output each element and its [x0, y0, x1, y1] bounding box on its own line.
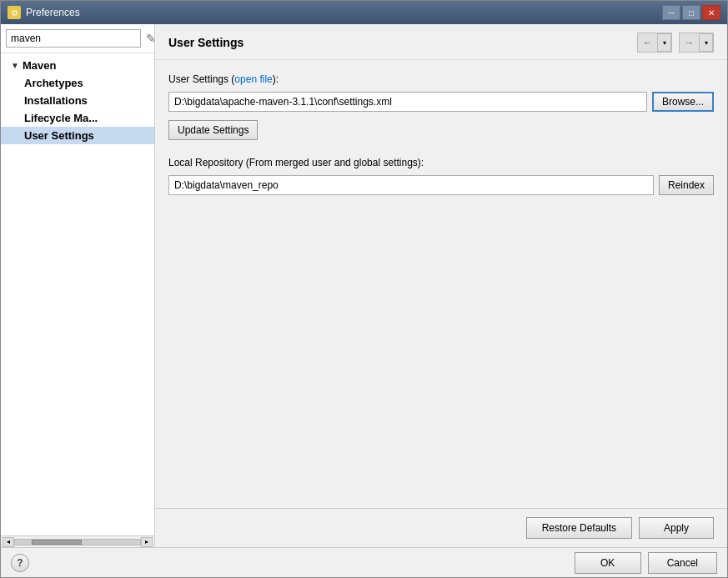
minimize-button[interactable]: ─	[662, 5, 680, 20]
sidebar-scrollbar: ◂ ▸	[1, 535, 154, 547]
apply-button[interactable]: Apply	[639, 517, 714, 539]
content-header: User Settings ← ▾ → ▾	[155, 24, 727, 60]
back-forward-group: ← ▾	[637, 33, 672, 53]
sidebar-item-archetypes[interactable]: Archetypes	[1, 74, 154, 92]
browse-button[interactable]: Browse...	[652, 92, 714, 112]
header-nav: ← ▾ → ▾	[637, 33, 714, 53]
sidebar-item-user-settings[interactable]: User Settings	[1, 127, 154, 144]
local-repo-label: Local Repository (From merged user and g…	[168, 157, 714, 168]
scroll-left-button[interactable]: ◂	[3, 537, 14, 547]
window-icon: ⚙	[8, 6, 21, 19]
window-title: Preferences	[26, 7, 80, 18]
content-body: User Settings (open file): Browse... Upd…	[155, 60, 727, 508]
open-file-link[interactable]: open file	[234, 73, 272, 85]
titlebar-left: ⚙ Preferences	[8, 6, 80, 19]
bottom-bar: ? OK Cancel	[1, 547, 727, 577]
close-button[interactable]: ✕	[702, 5, 720, 20]
update-settings-row: Update Settings	[168, 120, 714, 140]
sidebar: ✎ ▼ Maven Archetypes Installations Lifec…	[1, 24, 155, 547]
ok-cancel-group: OK Cancel	[575, 552, 717, 574]
forward-group: → ▾	[679, 33, 714, 53]
local-repo-row: Reindex	[168, 175, 714, 195]
back-button[interactable]: ←	[638, 33, 658, 52]
update-settings-button[interactable]: Update Settings	[168, 120, 258, 140]
local-repo-input[interactable]	[168, 175, 654, 195]
titlebar-controls: ─ □ ✕	[662, 5, 720, 20]
scroll-thumb[interactable]	[32, 540, 82, 545]
ok-button[interactable]: OK	[575, 552, 641, 574]
content-title: User Settings	[168, 36, 244, 49]
reindex-button[interactable]: Reindex	[659, 175, 714, 195]
scroll-track[interactable]	[14, 539, 141, 545]
help-button[interactable]: ?	[11, 554, 29, 572]
content-footer: Restore Defaults Apply	[155, 508, 727, 547]
titlebar: ⚙ Preferences ─ □ ✕	[1, 1, 727, 24]
settings-file-row: Browse...	[168, 92, 714, 112]
settings-file-input[interactable]	[168, 92, 647, 112]
search-clear-icon[interactable]: ✎	[144, 31, 155, 46]
search-input[interactable]	[6, 29, 141, 48]
forward-button[interactable]: →	[680, 33, 700, 52]
sidebar-item-maven[interactable]: ▼ Maven	[1, 57, 154, 74]
content-area: User Settings ← ▾ → ▾ User Settings (ope	[155, 24, 727, 547]
search-box: ✎	[1, 24, 154, 53]
forward-dropdown-button[interactable]: ▾	[700, 33, 713, 52]
cancel-button[interactable]: Cancel	[648, 552, 717, 574]
user-settings-label: User Settings (open file):	[168, 73, 714, 85]
triangle-icon: ▼	[11, 61, 19, 70]
sidebar-item-lifecycle[interactable]: Lifecycle Ma...	[1, 109, 154, 127]
sidebar-item-installations[interactable]: Installations	[1, 92, 154, 109]
preferences-window: ⚙ Preferences ─ □ ✕ ✎ ▼ Maven	[0, 0, 728, 578]
restore-defaults-button[interactable]: Restore Defaults	[526, 517, 632, 539]
back-dropdown-button[interactable]: ▾	[658, 33, 671, 52]
maximize-button[interactable]: □	[682, 5, 700, 20]
scroll-right-button[interactable]: ▸	[141, 537, 153, 547]
main-content: ✎ ▼ Maven Archetypes Installations Lifec…	[1, 24, 727, 547]
tree-area: ▼ Maven Archetypes Installations Lifecyc…	[1, 53, 154, 535]
